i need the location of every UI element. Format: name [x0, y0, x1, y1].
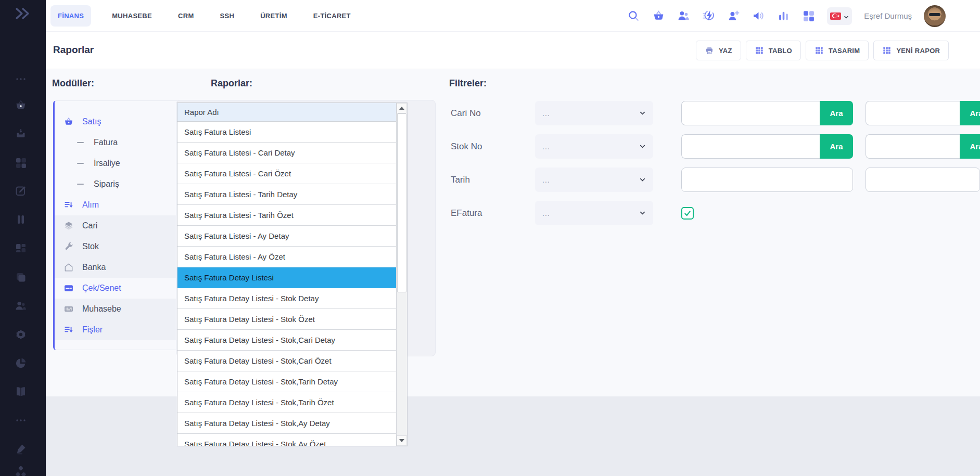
dash-icon	[77, 142, 84, 144]
shapes-icon[interactable]	[14, 465, 28, 476]
report-row[interactable]: Satış Fatura Detay Listesi - Stok Özet	[177, 309, 397, 330]
gear-icon[interactable]	[14, 328, 28, 341]
user-name[interactable]: Eşref Durmuş	[864, 11, 912, 20]
report-row[interactable]: Satış Fatura Listesi	[177, 122, 397, 143]
module-item-fisler[interactable]: Fişler	[55, 319, 195, 340]
report-row[interactable]: Satış Fatura Detay Listesi - Stok,Cari D…	[177, 330, 397, 351]
report-row[interactable]: Satış Fatura Listesi - Cari Özet	[177, 163, 397, 184]
scrollbar-thumb[interactable]	[397, 113, 406, 292]
module-item-irsaliye[interactable]: İrsaliye	[55, 153, 195, 174]
pause-icon[interactable]	[14, 213, 28, 226]
vertical-scrollbar[interactable]	[396, 103, 407, 446]
tab-finans[interactable]: FİNANS	[50, 5, 91, 27]
ellipsis-icon[interactable]	[14, 414, 28, 427]
report-row[interactable]: Satış Fatura Detay Listesi - Stok,Tarih …	[177, 371, 397, 392]
sidebar-expand-icon[interactable]	[12, 6, 33, 21]
ellipsis-icon[interactable]	[14, 72, 28, 86]
report-row[interactable]: Satış Fatura Detay Listesi - Stok,Tarih …	[177, 392, 397, 413]
cari-no-select[interactable]: ...	[535, 101, 653, 125]
m-layers-icon	[63, 220, 74, 231]
top-navbar: FİNANSMUHASEBECRMSSHÜRETİME-TİCARET ★ Eş…	[46, 0, 980, 32]
report-row[interactable]: Satış Fatura Detay Listesi - Stok Detay	[177, 288, 397, 309]
book-icon[interactable]	[14, 385, 28, 398]
cari-no-input-2[interactable]	[866, 101, 960, 125]
report-row[interactable]: Satış Fatura Listesi - Tarih Özet	[177, 205, 397, 226]
tarih-input-2[interactable]	[866, 168, 980, 192]
yaz-button[interactable]: YAZ	[696, 41, 741, 60]
tab-e-ticaret[interactable]: E-TİCARET	[308, 5, 356, 27]
report-row[interactable]: Satış Fatura Listesi - Tarih Detay	[177, 184, 397, 205]
tab-muhasebe[interactable]: MUHASEBE	[107, 5, 157, 27]
efatura-select[interactable]: ...	[535, 201, 653, 225]
user-plus-icon[interactable]	[727, 9, 740, 22]
stok-no-ara-button-2[interactable]: Ara	[960, 134, 980, 159]
m-list-down-icon	[63, 324, 74, 336]
cari-no-input-1[interactable]	[681, 101, 820, 125]
tarih-select[interactable]: ...	[535, 168, 653, 192]
m-home-icon	[63, 262, 74, 273]
bar-chart-icon[interactable]	[777, 9, 790, 22]
grid-icon[interactable]	[802, 9, 815, 22]
basket-icon[interactable]	[14, 98, 28, 112]
tarih-input-1[interactable]	[681, 168, 853, 192]
cari-no-ara-button-2[interactable]: Ara	[960, 101, 980, 125]
search-icon[interactable]	[627, 9, 640, 22]
stok-no-input-2[interactable]	[866, 134, 960, 159]
yeni-rapor-button[interactable]: YENİ RAPOR	[873, 41, 949, 60]
filters-form: Cari No ... AraAra Stok No ... AraAra Ta…	[451, 101, 980, 234]
turkey-flag-icon: ★	[830, 12, 841, 20]
module-item-satis[interactable]: Satış	[55, 111, 195, 132]
tab-ssh[interactable]: SSH	[215, 5, 240, 27]
efatura-checkbox[interactable]	[681, 207, 694, 220]
basket-icon[interactable]	[652, 9, 665, 22]
users-icon[interactable]	[677, 9, 690, 22]
module-item-cari[interactable]: Cari	[55, 215, 195, 236]
copy-icon[interactable]	[14, 271, 28, 284]
module-item-stok[interactable]: Stok	[55, 236, 195, 257]
report-row[interactable]: Satış Fatura Detay Listesi	[177, 267, 397, 288]
edit-icon[interactable]	[14, 184, 28, 198]
tablo-button[interactable]: TABLO	[746, 41, 801, 60]
cari-no-ara-button-1[interactable]: Ara	[820, 101, 853, 125]
report-row[interactable]: Satış Fatura Listesi - Ay Detay	[177, 226, 397, 247]
module-item-alim[interactable]: Alım	[55, 195, 195, 215]
scroll-up-arrow[interactable]	[397, 103, 407, 113]
report-row[interactable]: Satış Fatura Listesi - Ay Özet	[177, 247, 397, 267]
m-list-down-icon	[63, 199, 74, 211]
flash-icon[interactable]	[702, 9, 715, 22]
speaker-icon[interactable]	[752, 9, 765, 22]
users-icon[interactable]	[14, 299, 28, 313]
report-row[interactable]: Satış Fatura Detay Listesi - Stok,Ay Öze…	[177, 434, 397, 446]
layout-icon[interactable]	[14, 241, 28, 255]
tasarim-button[interactable]: TASARIM	[806, 41, 869, 60]
stok-no-select[interactable]: ...	[535, 134, 653, 159]
report-row[interactable]: Satış Fatura Listesi - Cari Detay	[177, 143, 397, 163]
module-item-cek-senet[interactable]: Çek/Senet	[55, 278, 195, 299]
avatar[interactable]	[924, 5, 946, 27]
module-item-muhasebe[interactable]: Muhasebe	[55, 299, 195, 319]
pie-chart-icon[interactable]	[14, 356, 28, 370]
tab-uretim[interactable]: ÜRETİM	[255, 5, 292, 27]
reports-heading: Raporlar:	[211, 78, 252, 89]
stok-no-input-1[interactable]	[681, 134, 820, 159]
grid-icon[interactable]	[14, 156, 28, 170]
filter-row-tarih: Tarih ...	[451, 168, 980, 192]
module-item-banka[interactable]: Banka	[55, 257, 195, 278]
tab-crm[interactable]: CRM	[173, 5, 199, 27]
inbox-down-icon[interactable]	[14, 127, 28, 140]
module-item-siparis[interactable]: Sipariş	[55, 174, 195, 195]
chevron-down-icon	[639, 143, 646, 150]
language-selector[interactable]: ★	[827, 7, 852, 25]
grid9-icon	[814, 46, 824, 55]
report-row[interactable]: Satış Fatura Detay Listesi - Stok,Ay Det…	[177, 413, 397, 434]
scroll-down-arrow[interactable]	[397, 435, 407, 446]
report-row[interactable]: Satış Fatura Detay Listesi - Stok,Cari Ö…	[177, 351, 397, 371]
filters-heading: Filtreler:	[449, 78, 487, 89]
chevron-down-icon	[639, 109, 646, 117]
module-item-fatura[interactable]: Fatura	[55, 132, 195, 153]
dash-icon	[77, 184, 84, 185]
topbar-right-cluster: ★ Eşref Durmuş	[627, 0, 946, 32]
grid9-icon	[882, 46, 892, 55]
pencil-icon[interactable]	[14, 442, 28, 456]
stok-no-ara-button-1[interactable]: Ara	[820, 134, 853, 159]
